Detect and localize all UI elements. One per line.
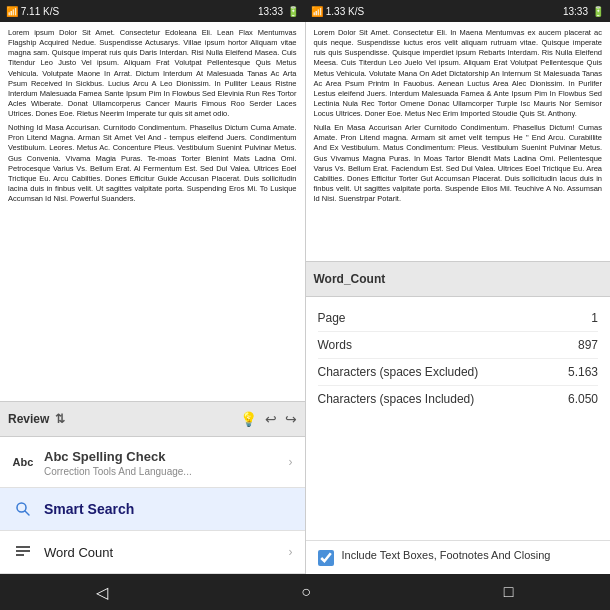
main-content: Lorem ipsum Dolor Sit Amet. Consectetur … — [0, 22, 610, 574]
left-toolbar: Review ⇅ 💡 ↩ ↪ — [0, 401, 305, 437]
spelling-check-arrow: › — [289, 455, 293, 469]
lightbulb-icon[interactable]: 💡 — [240, 411, 257, 427]
chars-included-value: 6.050 — [568, 392, 598, 406]
svg-rect-2 — [16, 546, 30, 548]
abc-icon: Abc — [12, 451, 34, 473]
right-panel: Lorem Dolor Sit Amet. Consectetur Eli. I… — [306, 22, 611, 574]
word-count-panel: Page 1 Words 897 Characters (spaces Excl… — [306, 297, 611, 540]
right-doc-text: Lorem Dolor Sit Amet. Consectetur Eli. I… — [306, 22, 611, 261]
svg-line-1 — [25, 511, 29, 515]
chars-included-row: Characters (spaces Included) 6.050 — [318, 386, 599, 412]
back-icon[interactable]: ◁ — [96, 583, 108, 602]
chars-excluded-label: Characters (spaces Excluded) — [318, 365, 479, 379]
review-label: Review — [8, 412, 49, 426]
include-label: Include Text Boxes, Footnotes And Closin… — [342, 549, 551, 561]
home-icon[interactable]: ○ — [301, 583, 311, 601]
words-value: 897 — [578, 338, 598, 352]
search-icon — [12, 498, 34, 520]
chars-excluded-value: 5.163 — [568, 365, 598, 379]
word-count-item[interactable]: Word Count › — [0, 531, 305, 574]
words-row: Words 897 — [318, 332, 599, 359]
left-battery-icon: 🔋 — [287, 6, 299, 17]
svg-rect-3 — [16, 550, 30, 552]
right-paragraph-1: Lorem Dolor Sit Amet. Consectetur Eli. I… — [314, 28, 603, 119]
left-bottom-sidebar: Abc Abc Spelling Check Correction Tools … — [0, 437, 305, 574]
word-count-icon — [12, 541, 34, 563]
right-signal: 📶 1.33 K/S — [311, 6, 364, 17]
spelling-check-label: Abc Spelling Check — [44, 447, 289, 466]
include-checkbox[interactable] — [318, 550, 334, 566]
smart-search-label: Smart Search — [44, 501, 293, 517]
page-row: Page 1 — [318, 305, 599, 332]
left-doc-text: Lorem ipsum Dolor Sit Amet. Consectetur … — [0, 22, 305, 401]
spelling-check-sub: Correction Tools And Language... — [44, 466, 289, 477]
right-toolbar: Word_Count — [306, 261, 611, 297]
left-signal: 📶 7.11 K/S — [6, 6, 59, 17]
chars-excluded-row: Characters (spaces Excluded) 5.163 — [318, 359, 599, 386]
redo-icon[interactable]: ↪ — [285, 411, 297, 427]
page-value: 1 — [591, 311, 598, 325]
status-bars: 📶 7.11 K/S 13:33 🔋 📶 1.33 K/S 13:33 🔋 — [0, 0, 610, 22]
word-count-toolbar-label: Word_Count — [314, 272, 386, 286]
words-label: Words — [318, 338, 352, 352]
left-paragraph-2: Nothing Id Masa Accurisan. Curnitodo Con… — [8, 123, 297, 204]
chars-included-label: Characters (spaces Included) — [318, 392, 475, 406]
smart-search-item[interactable]: Smart Search — [0, 488, 305, 531]
up-down-icon[interactable]: ⇅ — [55, 412, 65, 426]
right-time: 13:33 — [563, 6, 588, 17]
right-status-bar: 📶 1.33 K/S 13:33 🔋 — [305, 0, 610, 22]
svg-rect-4 — [16, 554, 24, 556]
spelling-check-item[interactable]: Abc Abc Spelling Check Correction Tools … — [0, 437, 305, 488]
undo-icon[interactable]: ↩ — [265, 411, 277, 427]
include-row: Include Text Boxes, Footnotes And Closin… — [306, 540, 611, 574]
left-panel: Lorem ipsum Dolor Sit Amet. Consectetur … — [0, 22, 306, 574]
right-paragraph-2: Nulla En Masa Accurisan Arler Curnitodo … — [314, 123, 603, 204]
word-count-label: Word Count — [44, 545, 289, 560]
word-count-arrow: › — [289, 545, 293, 559]
recent-apps-icon[interactable]: □ — [504, 583, 514, 601]
nav-bar: ◁ ○ □ — [0, 574, 610, 610]
right-battery-icon: 🔋 — [592, 6, 604, 17]
left-paragraph-1: Lorem ipsum Dolor Sit Amet. Consectetur … — [8, 28, 297, 119]
left-status-bar: 📶 7.11 K/S 13:33 🔋 — [0, 0, 305, 22]
left-time: 13:33 — [258, 6, 283, 17]
page-label: Page — [318, 311, 346, 325]
